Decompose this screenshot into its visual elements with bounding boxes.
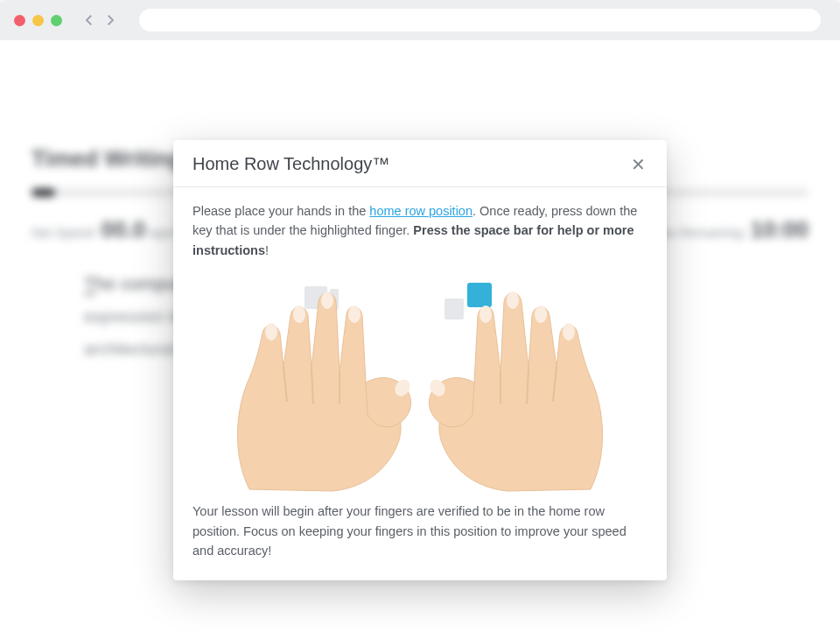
passage-cursor-char: T bbox=[84, 273, 95, 295]
back-icon[interactable] bbox=[81, 12, 97, 28]
close-icon: ✕ bbox=[631, 154, 646, 175]
window-close-dot[interactable] bbox=[14, 15, 25, 26]
window-titlebar bbox=[0, 0, 840, 40]
browser-window: Timed Writing Net Speed: 00.0 wpm Time R… bbox=[0, 0, 840, 639]
svg-point-3 bbox=[348, 305, 360, 323]
modal-footer-text: Your lesson will begin after your finger… bbox=[192, 502, 648, 560]
home-row-position-link[interactable]: home row position bbox=[369, 204, 472, 218]
time-remaining-block: Time Remaining: 10:00 bbox=[648, 216, 808, 243]
left-hand bbox=[237, 291, 413, 491]
net-speed-block: Net Speed: 00.0 wpm bbox=[32, 216, 177, 243]
svg-point-7 bbox=[507, 291, 519, 309]
close-button[interactable]: ✕ bbox=[628, 155, 648, 174]
hands-svg bbox=[192, 270, 648, 495]
svg-point-1 bbox=[293, 305, 305, 323]
home-row-modal: Home Row Technology™ ✕ Please place your… bbox=[173, 140, 667, 580]
modal-header: Home Row Technology™ ✕ bbox=[173, 140, 667, 187]
nav-arrows bbox=[81, 12, 118, 28]
window-minimize-dot[interactable] bbox=[32, 15, 44, 26]
window-zoom-dot[interactable] bbox=[51, 15, 62, 26]
address-bar[interactable] bbox=[139, 9, 821, 32]
modal-title: Home Row Technology™ bbox=[192, 154, 389, 174]
instruction-pre: Please place your hands in the bbox=[192, 204, 369, 218]
svg-point-8 bbox=[480, 305, 492, 323]
hands-illustration bbox=[192, 270, 648, 495]
right-key-inactive bbox=[444, 298, 464, 320]
svg-point-2 bbox=[321, 291, 333, 309]
time-remaining-value: 10:00 bbox=[751, 216, 809, 242]
modal-body: Please place your hands in the home row … bbox=[173, 187, 667, 580]
net-speed-value: 00.0 bbox=[102, 216, 146, 242]
net-speed-label: Net Speed: bbox=[32, 225, 97, 240]
svg-point-0 bbox=[265, 323, 277, 341]
modal-instruction: Please place your hands in the home row … bbox=[192, 201, 648, 260]
svg-point-5 bbox=[563, 323, 575, 341]
instruction-post: ! bbox=[265, 243, 269, 257]
forward-icon[interactable] bbox=[102, 12, 118, 28]
svg-point-6 bbox=[535, 305, 547, 323]
right-key-highlighted bbox=[467, 283, 492, 307]
right-hand bbox=[427, 291, 603, 491]
